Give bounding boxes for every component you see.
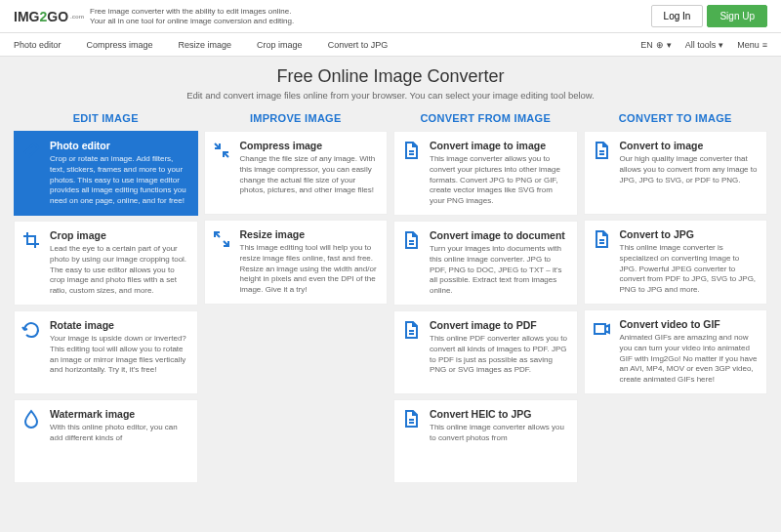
menu-toggle[interactable]: Menu≡: [737, 40, 767, 50]
subnav-convert-jpg[interactable]: Convert to JPG: [328, 40, 389, 50]
file-icon: [400, 229, 422, 251]
tagline: Free image converter with the ability to…: [90, 7, 294, 25]
subnav-resize[interactable]: Resize image: [179, 40, 232, 50]
compress-icon: [211, 140, 232, 161]
lang-label: EN: [640, 40, 653, 50]
card-title: Compress image: [240, 140, 380, 151]
column-title: EDIT IMAGE: [14, 112, 198, 124]
tool-card[interactable]: Resize imageThis image editing tool will…: [204, 220, 389, 305]
card-title: Convert image to PDF: [430, 319, 569, 331]
card-desc: Lead the eye to a certain part of your p…: [50, 244, 189, 297]
rotate-icon: [21, 319, 42, 341]
column-title: CONVERT FROM IMAGE: [393, 112, 578, 124]
column-0: EDIT IMAGEPhoto editorCrop or rotate an …: [14, 112, 198, 483]
all-tools-label: All tools: [685, 40, 717, 50]
tool-card[interactable]: Convert image to PDFThis online PDF conv…: [393, 310, 578, 394]
tool-card[interactable]: Photo editorCrop or rotate an image. Add…: [14, 131, 198, 216]
card-title: Convert HEIC to JPG: [430, 408, 569, 420]
tool-card[interactable]: Convert HEIC to JPGThis online image con…: [393, 399, 578, 483]
card-title: Convert to JPG: [620, 228, 760, 240]
card-title: Resize image: [240, 228, 380, 240]
column-title: CONVERT TO IMAGE: [584, 112, 768, 124]
logo[interactable]: IMG2GO.com: [14, 9, 84, 24]
hero: Free Online Image Converter Edit and con…: [0, 57, 781, 106]
card-desc: This image editing tool will help you to…: [240, 243, 380, 296]
menu-label: Menu: [737, 40, 760, 50]
video-icon: [591, 318, 612, 340]
chevron-down-icon: ▾: [719, 40, 723, 50]
card-desc: With this online photo editor, you can a…: [50, 423, 189, 444]
card-desc: Your image is upside down or inverted? T…: [50, 334, 189, 376]
card-title: Convert image to image: [430, 140, 569, 151]
header: IMG2GO.com Free image converter with the…: [0, 0, 781, 33]
subnav-compress[interactable]: Compress image: [87, 40, 153, 50]
file-icon: [591, 140, 612, 161]
tool-card[interactable]: Watermark imageWith this online photo ed…: [14, 399, 198, 483]
card-desc: Turn your images into documents with thi…: [430, 244, 569, 297]
file-icon: [400, 408, 422, 430]
logo-text-img: IMG: [14, 9, 39, 24]
tool-card[interactable]: Compress imageChange the file size of an…: [204, 131, 389, 215]
all-tools-selector[interactable]: All tools▾: [685, 40, 724, 50]
signup-button[interactable]: Sign Up: [707, 5, 767, 27]
login-button[interactable]: Log In: [651, 5, 704, 27]
tool-card[interactable]: Convert video to GIFAnimated GIFs are am…: [584, 309, 768, 394]
card-title: Convert to image: [620, 140, 760, 151]
subnav-photo-editor[interactable]: Photo editor: [14, 40, 62, 50]
file-icon: [591, 228, 612, 250]
logo-text-go: GO: [47, 9, 68, 24]
crop-icon: [21, 229, 42, 251]
card-title: Convert image to document: [430, 229, 569, 241]
tool-card[interactable]: Crop imageLead the eye to a certain part…: [14, 221, 198, 306]
logo-sub: .com: [70, 14, 84, 20]
globe-icon: ⊕: [656, 40, 664, 50]
file-icon: [400, 319, 422, 341]
tool-card[interactable]: Convert to JPGThis online image converte…: [584, 220, 768, 305]
card-desc: This online image converter allows you t…: [430, 423, 569, 444]
tool-grid: EDIT IMAGEPhoto editorCrop or rotate an …: [0, 106, 781, 489]
card-title: Rotate image: [50, 319, 189, 331]
pencil-icon: [21, 140, 42, 161]
card-desc: Change the file size of any image. With …: [240, 154, 380, 196]
menu-icon: ≡: [762, 40, 767, 50]
tool-card[interactable]: Convert image to documentTurn your image…: [393, 221, 578, 306]
page-title: Free Online Image Converter: [0, 66, 781, 87]
subnav-crop[interactable]: Crop image: [257, 40, 303, 50]
expand-icon: [211, 228, 232, 250]
tagline-line1: Free image converter with the ability to…: [90, 7, 294, 17]
card-desc: Crop or rotate an image. Add filters, te…: [50, 154, 189, 207]
chevron-down-icon: ▾: [667, 40, 672, 50]
column-3: CONVERT TO IMAGEConvert to imageOur high…: [584, 112, 768, 483]
logo-text-2: 2: [39, 9, 47, 24]
card-desc: This online PDF converter allows you to …: [430, 334, 569, 376]
card-desc: This online image converter is specializ…: [620, 243, 760, 296]
file-icon: [400, 140, 422, 161]
tool-card[interactable]: Rotate imageYour image is upside down or…: [14, 310, 198, 394]
column-2: CONVERT FROM IMAGEConvert image to image…: [393, 112, 578, 483]
card-title: Photo editor: [50, 140, 189, 151]
card-desc: This image converter allows you to conve…: [430, 154, 569, 207]
card-title: Crop image: [50, 229, 189, 241]
card-title: Watermark image: [50, 408, 189, 420]
card-title: Convert video to GIF: [620, 318, 760, 330]
column-title: IMPROVE IMAGE: [204, 112, 389, 124]
drop-icon: [21, 408, 42, 430]
column-1: IMPROVE IMAGECompress imageChange the fi…: [204, 112, 389, 483]
tagline-line2: Your all in one tool for online image co…: [90, 17, 294, 26]
subnav: Photo editor Compress image Resize image…: [0, 33, 781, 57]
tool-card[interactable]: Convert image to imageThis image convert…: [393, 131, 578, 216]
tool-card[interactable]: Convert to imageOur high quality image c…: [584, 131, 768, 215]
lang-selector[interactable]: EN⊕▾: [640, 40, 672, 50]
card-desc: Our high quality image converter that al…: [620, 154, 760, 185]
page-subtitle: Edit and convert image files online from…: [0, 90, 781, 101]
card-desc: Animated GIFs are amazing and now you ca…: [620, 333, 760, 386]
